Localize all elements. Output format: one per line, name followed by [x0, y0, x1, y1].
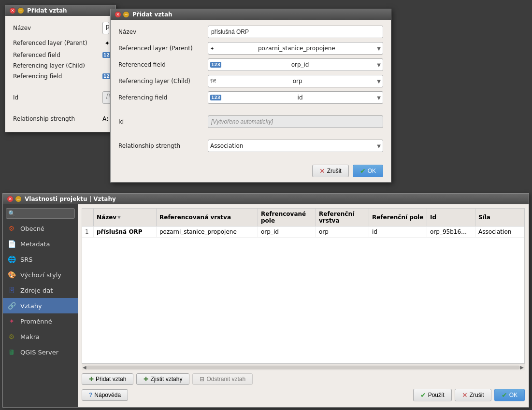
search-input[interactable] [17, 210, 72, 217]
sidebar-item-vztahy[interactable]: 🔗 Vztahy [3, 298, 78, 313]
fg-label-reffield: Referenced field [118, 61, 208, 68]
sidebar-item-zdroje[interactable]: 🗄 Zdroje dat [3, 283, 78, 298]
th-refing-layer-label: Referenční vrstva [319, 211, 366, 224]
td-num-1: 1 [82, 226, 94, 237]
sidebar-label-makra: Makra [20, 333, 40, 340]
apply-button[interactable]: ✔ Použít [413, 389, 452, 401]
fg-dialog-footer: ✕ Zrušit ✔ OK [111, 162, 391, 182]
scroll-right-arrow[interactable]: ▶ [520, 365, 524, 370]
fg-ok-button[interactable]: ✔ OK [353, 165, 383, 177]
refresh-relations-button[interactable]: ✚ Zjistit vztahy [136, 373, 189, 385]
fg-select-refinglayer[interactable]: 🗺 orp ▼ [208, 75, 383, 87]
table-row[interactable]: 1 příslušná ORP pozarni_stanice_propojen… [82, 226, 524, 238]
sidebar-item-makra[interactable]: ⚙ Makra [3, 329, 78, 344]
fg-select-relstrength[interactable]: Association ▼ [208, 140, 383, 152]
main-close-btn[interactable]: ✕ [7, 196, 14, 202]
sidebar-item-obecne[interactable]: ⚙ Obecné [3, 221, 78, 236]
table-header: Název ▼ Referencovaná vrstva Refrencovan… [82, 209, 524, 226]
fg-cancel-icon: ✕ [319, 167, 325, 175]
fg-form-row-refingfield: Referencing field 123 id ▼ [118, 91, 383, 104]
fg-select-refingfield[interactable]: 123 id ▼ [208, 91, 383, 104]
obecne-icon: ⚙ [7, 224, 16, 233]
add-relation-icon: ✚ [89, 376, 94, 382]
th-ref-layer[interactable]: Referencovaná vrstva [157, 209, 258, 226]
bg-form-row-reflayer: Referenced layer (Parent) ✦ [13, 38, 108, 48]
remove-relation-button[interactable]: ⊟ Odstranit vztah [192, 373, 253, 385]
scrollbar-area[interactable]: ◀ ▶ [82, 364, 525, 370]
makra-icon: ⚙ [7, 332, 16, 341]
relations-table: Název ▼ Referencovaná vrstva Refrencovan… [82, 208, 525, 364]
main-min-btn[interactable]: − [15, 196, 22, 202]
bg-label-reflayer: Referenced layer (Parent) [13, 40, 102, 46]
add-relation-button[interactable]: ✚ Přidat vztah [82, 373, 133, 385]
footer-cancel-button[interactable]: ✕ Zrušit [455, 389, 491, 401]
fg-cancel-button[interactable]: ✕ Zrušit [312, 165, 349, 177]
fg-min-btn[interactable]: − [123, 11, 129, 18]
fg-form-row-nazev: Název [118, 26, 383, 38]
bg-titlebar-buttons: ✕ − [9, 7, 24, 14]
main-titlebar[interactable]: ✕ − Vlastnosti projektu | Vztahy [3, 194, 529, 204]
td-refing-field-1: id [369, 226, 427, 237]
bg-form-row-id: Id [Vy [13, 91, 108, 104]
th-name-sort: ▼ [117, 215, 121, 220]
footer-right: ✔ Použít ✕ Zrušit ✔ OK [413, 389, 525, 401]
fg-label-refingfield: Referencing field [118, 94, 208, 101]
bg-dialog-titlebar[interactable]: ✕ − Přidat vztah [5, 5, 115, 16]
bg-form-row-refingfield: Referencing field 123 [13, 73, 108, 80]
search-box[interactable]: 🔍 [6, 208, 75, 219]
refresh-icon: ✚ [144, 376, 148, 382]
sidebar-label-metadata: Metadata [20, 240, 50, 248]
th-strength[interactable]: Síla [475, 209, 524, 226]
sidebar-item-metadata[interactable]: 📄 Metadata [3, 236, 78, 252]
th-refing-layer[interactable]: Referenční vrstva [316, 209, 369, 226]
fg-reffield-value: orp_id [291, 61, 309, 68]
th-ref-field[interactable]: Refrencované pole [258, 209, 316, 226]
bg-dialog-body: Název přísl Referenced layer (Parent) ✦ … [5, 16, 115, 132]
fg-ok-label: OK [368, 168, 376, 174]
sidebar-item-styly[interactable]: 🎨 Výchozí styly [3, 267, 78, 283]
fg-dialog-titlebar[interactable]: ✕ − Přidat vztah [111, 9, 391, 20]
fg-form-row-refinglayer: Referencing layer (Child) 🗺 orp ▼ [118, 75, 383, 87]
sidebar-label-vztahy: Vztahy [20, 302, 42, 310]
sidebar-item-qgis[interactable]: 🖥 QGIS Server [3, 344, 78, 360]
apply-label: Použít [428, 392, 445, 398]
th-ref-field-label: Refrencované pole [261, 211, 313, 224]
fg-form-row-relstrength: Relationship strength Association ▼ [118, 140, 383, 152]
th-id[interactable]: Id [427, 209, 475, 226]
bg-label-nazev: Název [13, 25, 102, 31]
fg-relstrength-arrow: ▼ [377, 143, 381, 149]
scrollbar-track[interactable] [86, 366, 520, 369]
footer-ok-button[interactable]: ✔ OK [494, 389, 525, 401]
bg-label-reffield: Referenced field [13, 52, 102, 58]
fg-form-row-id: Id [118, 115, 383, 128]
sidebar-label-qgis: QGIS Server [20, 349, 58, 356]
fg-relstrength-value: Association [210, 142, 243, 149]
sidebar-item-srs[interactable]: 🌐 SRS [3, 252, 78, 267]
fg-reflayer-value: pozarni_stanice_propojene [258, 45, 335, 52]
fg-select-reflayer[interactable]: ✦ pozarni_stanice_propojene ▼ [208, 42, 383, 55]
main-title: Vlastnosti projektu | Vztahy [25, 196, 116, 202]
th-refing-field[interactable]: Referenční pole [369, 209, 427, 226]
scroll-left-arrow[interactable]: ◀ [83, 365, 86, 370]
sidebar-item-promenne[interactable]: ✦ Proměnné [3, 313, 78, 329]
fg-select-reffield[interactable]: 123 orp_id ▼ [208, 58, 383, 71]
bg-form-row-refinglayer: Referencing layer (Child) [13, 62, 108, 69]
remove-icon: ⊟ [200, 376, 204, 382]
td-refing-layer-1: orp [316, 226, 369, 237]
fg-ok-icon: ✔ [360, 167, 366, 175]
bg-min-btn[interactable]: − [17, 7, 24, 14]
bg-input-nazev[interactable]: přísl [102, 22, 109, 34]
toolbar-left: ✚ Přidat vztah ✚ Zjistit vztahy ⊟ Odstra… [82, 373, 253, 385]
apply-icon: ✔ [420, 391, 426, 399]
bg-form-row-nazev: Název přísl [13, 22, 108, 34]
th-name[interactable]: Název ▼ [94, 209, 157, 226]
bg-close-btn[interactable]: ✕ [9, 7, 16, 14]
bg-select-relstrength[interactable]: Ass [102, 115, 108, 122]
help-button[interactable]: ? Nápověda [82, 389, 128, 401]
styly-icon: 🎨 [7, 270, 16, 280]
sidebar-label-promenne: Proměnné [20, 318, 52, 325]
fg-input-nazev[interactable] [208, 26, 383, 38]
footer-ok-icon: ✔ [502, 391, 507, 399]
fg-reffield-arrow: ▼ [377, 62, 381, 68]
fg-close-btn[interactable]: ✕ [115, 11, 121, 18]
